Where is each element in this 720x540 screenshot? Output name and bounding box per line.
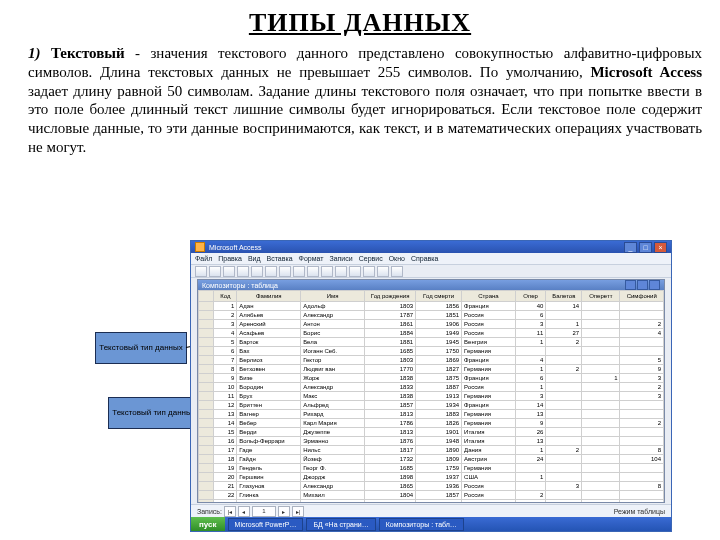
toolbar-button[interactable]: [223, 266, 235, 277]
titlebar: Microsoft Access _ □ ×: [191, 241, 671, 253]
child-minimize-button[interactable]: [625, 280, 636, 290]
toolbar-button[interactable]: [195, 266, 207, 277]
maximize-button[interactable]: □: [639, 242, 652, 253]
toolbar-button[interactable]: [363, 266, 375, 277]
column-header[interactable]: Год рождения: [365, 291, 416, 302]
datasheet-window: Композиторы : таблица КодФамилияИмяГод р…: [197, 279, 665, 503]
column-header[interactable]: Код: [214, 291, 237, 302]
record-navigator: Запись: |◂ ◂ 1 ▸ ▸| Режим таблицы: [191, 504, 671, 517]
start-button[interactable]: пуск: [191, 517, 225, 531]
table-row[interactable]: 17ГадеНильс18171890Дания128: [199, 446, 664, 455]
taskbar-item[interactable]: БД «На страни…: [306, 518, 375, 531]
datasheet-titlebar: Композиторы : таблица: [198, 280, 664, 290]
table-row[interactable]: 2АлябьевАлександр17871851Россия6: [199, 311, 664, 320]
toolbar-button[interactable]: [279, 266, 291, 277]
toolbar: [191, 265, 671, 278]
nav-last-button[interactable]: ▸|: [292, 506, 304, 517]
datasheet-grid[interactable]: КодФамилияИмяГод рожденияГод смертиСтран…: [198, 290, 664, 502]
toolbar-button[interactable]: [237, 266, 249, 277]
table-row[interactable]: 7БерлиозГектор18031869Франция45: [199, 356, 664, 365]
window-title: Microsoft Access: [209, 244, 262, 251]
table-row[interactable]: 20ГершвинДжордж18981937США1: [199, 473, 664, 482]
callout-text-type-1: Текстовый тип данных: [95, 332, 187, 364]
toolbar-button[interactable]: [251, 266, 263, 277]
access-icon: [195, 242, 205, 252]
taskbar-item[interactable]: Композиторы : табл…: [379, 518, 464, 531]
column-header[interactable]: [199, 291, 214, 302]
child-maximize-button[interactable]: [637, 280, 648, 290]
table-row[interactable]: 18ГайднЙозеф17321809Австрия24104: [199, 455, 664, 464]
column-header[interactable]: Фамилия: [237, 291, 301, 302]
menu-format[interactable]: Формат: [299, 255, 324, 262]
datasheet-title: Композиторы : таблица: [202, 282, 278, 289]
toolbar-button[interactable]: [265, 266, 277, 277]
nav-next-button[interactable]: ▸: [278, 506, 290, 517]
access-window: Microsoft Access _ □ × Файл Правка Вид В…: [190, 240, 672, 532]
status-text: Режим таблицы: [614, 508, 665, 515]
menu-window[interactable]: Окно: [389, 255, 405, 262]
table-row[interactable]: 12БриттенАльфред18571934Франция14: [199, 401, 664, 410]
table-row[interactable]: 6БахИоганн Себ.16851750Германия: [199, 347, 664, 356]
toolbar-button[interactable]: [321, 266, 333, 277]
column-header[interactable]: Балетов: [546, 291, 582, 302]
table-row[interactable]: 5БартокБела18811945Венгрия12: [199, 338, 664, 347]
table-row[interactable]: 4АсафьевБорис18841949Россия11274: [199, 329, 664, 338]
nav-label: Запись:: [197, 508, 222, 515]
menu-file[interactable]: Файл: [195, 255, 212, 262]
menubar: Файл Правка Вид Вставка Формат Записи Се…: [191, 253, 671, 265]
column-header[interactable]: Страна: [462, 291, 516, 302]
menu-help[interactable]: Справка: [411, 255, 438, 262]
menu-records[interactable]: Записи: [329, 255, 352, 262]
table-row[interactable]: 19ГендельГеорг Ф.16851759Германия: [199, 464, 664, 473]
toolbar-button[interactable]: [307, 266, 319, 277]
menu-view[interactable]: Вид: [248, 255, 261, 262]
close-button[interactable]: ×: [654, 242, 667, 253]
nav-current[interactable]: 1: [252, 506, 276, 517]
nav-first-button[interactable]: |◂: [224, 506, 236, 517]
callout-text-type-2: Текстовый тип данных: [108, 397, 200, 429]
toolbar-button[interactable]: [335, 266, 347, 277]
paragraph-1: 1) Текстовый - значения текстового данно…: [28, 44, 702, 157]
column-header[interactable]: Год смерти: [416, 291, 462, 302]
table-row[interactable]: 1АданАдольф18031856Франция4014: [199, 302, 664, 311]
menu-tools[interactable]: Сервис: [359, 255, 383, 262]
table-row[interactable]: 9БизеЖорж18381875Франция613: [199, 374, 664, 383]
menu-insert[interactable]: Вставка: [267, 255, 293, 262]
column-header[interactable]: Симфоний: [620, 291, 664, 302]
page-title: ТИПЫ ДАННЫХ: [0, 8, 720, 38]
toolbar-button[interactable]: [391, 266, 403, 277]
table-row[interactable]: 23ГуноШарль18181893Франция122: [199, 500, 664, 503]
taskbar-item[interactable]: Microsoft PowerP…: [228, 518, 304, 531]
column-header[interactable]: Оперетт: [582, 291, 620, 302]
table-row[interactable]: 15ВердиДжузеппе18131901Италия26: [199, 428, 664, 437]
table-row[interactable]: 8БетховенЛюдвиг ван17701827Германия129: [199, 365, 664, 374]
table-row[interactable]: 16Вольф-ФеррариЭрманно18761948Италия13: [199, 437, 664, 446]
table-row[interactable]: 10БородинАлександр18331887Россия12: [199, 383, 664, 392]
table-row[interactable]: 22ГлинкаМихаил18041857Россия2: [199, 491, 664, 500]
toolbar-button[interactable]: [349, 266, 361, 277]
column-header[interactable]: Имя: [301, 291, 365, 302]
toolbar-button[interactable]: [377, 266, 389, 277]
taskbar: пуск Microsoft PowerP… БД «На страни… Ко…: [191, 517, 671, 531]
table-row[interactable]: 14ВеберКарл Мария17861826Германия92: [199, 419, 664, 428]
table-row[interactable]: 13ВагнерРихард18131883Германия13: [199, 410, 664, 419]
menu-edit[interactable]: Правка: [218, 255, 242, 262]
column-header[interactable]: Опер: [515, 291, 546, 302]
nav-prev-button[interactable]: ◂: [238, 506, 250, 517]
toolbar-button[interactable]: [209, 266, 221, 277]
table-row[interactable]: 21ГлазуновАлександр18651936Россия38: [199, 482, 664, 491]
toolbar-button[interactable]: [293, 266, 305, 277]
child-close-button[interactable]: [649, 280, 660, 290]
table-row[interactable]: 11БрухМакс18381913Германия33: [199, 392, 664, 401]
minimize-button[interactable]: _: [624, 242, 637, 253]
table-row[interactable]: 3АренскийАнтон18611906Россия312: [199, 320, 664, 329]
